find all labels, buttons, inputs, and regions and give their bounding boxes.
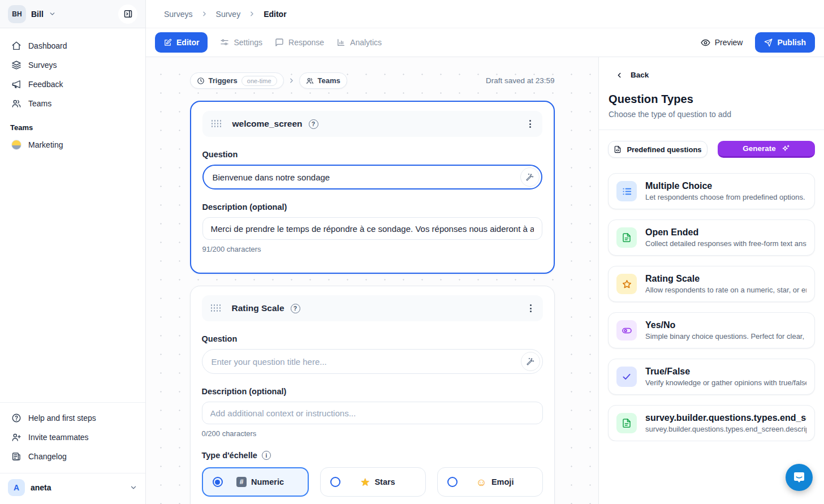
type-card-rating-scale[interactable]: Rating Scale Allow respondents to rate o… (608, 266, 815, 302)
sidebar-item-changelog[interactable]: Changelog (6, 447, 140, 466)
message-icon (275, 38, 284, 47)
teams-label: Teams (318, 76, 340, 85)
type-description: Collect detailed responses with free-for… (645, 239, 806, 248)
toggle-icon (616, 320, 637, 341)
sidebar-item-surveys[interactable]: Surveys (6, 55, 140, 75)
type-card-end-screen[interactable]: survey.builder.questions.types.end_scr..… (608, 405, 815, 441)
question-label: Question (202, 334, 543, 343)
breadcrumb-editor: Editor (264, 10, 286, 19)
check-icon (616, 367, 637, 387)
changelog-icon (11, 451, 21, 462)
kebab-menu-icon[interactable] (527, 118, 533, 130)
help-icon[interactable]: ? (309, 119, 318, 129)
list-icon (616, 181, 637, 201)
smiley-emoji: ☺ (476, 477, 487, 488)
magic-wand-icon (525, 173, 534, 182)
survey-canvas: Triggers one-time Teams Draft saved at 2… (146, 57, 598, 504)
scale-type-options: # Numeric ★ Stars (202, 467, 543, 497)
sidebar-item-feedback[interactable]: Feedback (6, 75, 140, 94)
char-counter: 91/200 characters (202, 245, 542, 253)
back-button[interactable]: Back (599, 57, 824, 79)
type-description: Simple binary choice questions. Perfect … (645, 332, 806, 341)
tab-analytics[interactable]: Analytics (336, 38, 382, 47)
chevron-down-icon (130, 484, 137, 492)
sidebar-item-teams[interactable]: Teams (6, 94, 140, 113)
question-card-welcome-screen[interactable]: welcome_screen ? Question Description (o… (190, 101, 555, 274)
sidebar-item-label: Invite teammates (28, 433, 89, 442)
tab-editor[interactable]: Editor (155, 32, 208, 53)
type-name: Open Ended (645, 227, 806, 238)
chevron-right-icon (248, 10, 256, 18)
card-header: welcome_screen ? (202, 111, 542, 137)
teams-section: Teams Marketing (0, 113, 145, 154)
workspace-avatar: BH (8, 5, 26, 23)
tab-label: Settings (234, 38, 262, 47)
workspace-name: Bill (31, 10, 44, 19)
type-name: Yes/No (645, 320, 806, 330)
question-card-rating-scale[interactable]: Rating Scale ? Question Description (opt… (190, 286, 555, 504)
predefined-questions-button[interactable]: Predefined questions (608, 141, 707, 158)
star-emoji: ★ (360, 477, 370, 488)
description-label: Description (optional) (202, 203, 542, 212)
file-text-icon (616, 413, 637, 433)
question-title-input[interactable] (202, 349, 543, 374)
sidebar: BH Bill Dashboard Surveys Feedback Teams (0, 0, 146, 504)
drag-handle-icon[interactable] (211, 304, 222, 312)
ai-improve-button[interactable] (521, 352, 540, 371)
chat-launcher-button[interactable] (786, 464, 813, 491)
drag-handle-icon[interactable] (212, 120, 222, 128)
account-name: aneta (31, 483, 51, 492)
workspace-switcher[interactable]: BH Bill (0, 0, 145, 28)
generate-button[interactable]: Generate (718, 141, 815, 158)
megaphone-icon (11, 79, 21, 89)
type-name: True/False (645, 367, 806, 377)
radio-icon (330, 477, 340, 487)
scale-option-stars[interactable]: ★ Stars (320, 467, 426, 497)
type-description: survey.builder.questions.types.end_scree… (645, 425, 806, 433)
kebab-menu-icon[interactable] (528, 302, 534, 315)
question-title-input[interactable] (202, 165, 542, 189)
type-name: Rating Scale (645, 274, 806, 284)
breadcrumb-survey[interactable]: Survey (216, 10, 241, 19)
question-types-list: Multiple Choice Let respondents choose f… (599, 158, 824, 441)
question-types-panel: Back Question Types Choose the type of q… (598, 57, 824, 504)
sidebar-item-dashboard[interactable]: Dashboard (6, 36, 140, 55)
account-menu[interactable]: A aneta (0, 473, 145, 504)
technologist-emoji (11, 140, 21, 150)
trigger-frequency-badge: one-time (241, 76, 277, 86)
type-card-true-false[interactable]: True/False Verify knowledge or gather op… (608, 359, 815, 395)
type-card-yes-no[interactable]: Yes/No Simple binary choice questions. P… (608, 312, 815, 348)
generate-label: Generate (743, 144, 776, 153)
description-input[interactable] (202, 402, 543, 424)
help-icon[interactable]: ? (291, 304, 300, 313)
ai-improve-button[interactable] (520, 167, 540, 187)
triggers-pill[interactable]: Triggers one-time (190, 72, 284, 89)
scale-option-emoji[interactable]: ☺ Emoji (437, 467, 543, 497)
info-icon[interactable]: i (262, 451, 271, 460)
breadcrumb-surveys[interactable]: Surveys (164, 10, 193, 19)
card-title: Rating Scale (232, 303, 284, 313)
type-description: Allow respondents to rate on a numeric, … (645, 286, 806, 294)
draft-status: Draft saved at 23:59 (486, 76, 555, 85)
publish-button[interactable]: Publish (755, 32, 815, 53)
teams-pill[interactable]: Teams (299, 72, 347, 89)
description-input[interactable] (202, 217, 542, 240)
scale-option-numeric[interactable]: # Numeric (202, 467, 309, 497)
sidebar-item-help[interactable]: Help and first steps (6, 408, 140, 428)
sidebar-item-team-marketing[interactable]: Marketing (6, 135, 140, 154)
tab-settings[interactable]: Settings (220, 38, 262, 47)
predefined-label: Predefined questions (627, 145, 701, 154)
user-plus-icon (11, 432, 21, 442)
scale-type-label: Type d'échelle (202, 451, 257, 460)
tab-response[interactable]: Response (275, 38, 324, 47)
type-card-open-ended[interactable]: Open Ended Collect detailed responses wi… (608, 219, 815, 256)
type-name: survey.builder.questions.types.end_scr..… (645, 413, 806, 423)
preview-button[interactable]: Preview (701, 38, 743, 48)
users-icon (306, 77, 314, 85)
sidebar-item-label: Surveys (28, 61, 57, 70)
sidebar-item-invite[interactable]: Invite teammates (6, 428, 140, 447)
collapse-sidebar-button[interactable] (118, 5, 137, 24)
layers-icon (11, 60, 21, 70)
sliders-icon (220, 38, 229, 47)
type-card-multiple-choice[interactable]: Multiple Choice Let respondents choose f… (608, 173, 815, 209)
